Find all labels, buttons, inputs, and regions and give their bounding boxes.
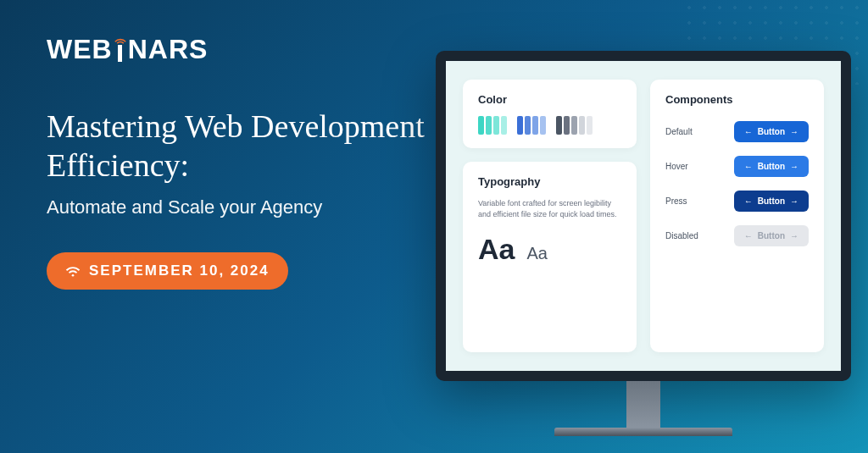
- arrow-left-icon: ←: [744, 231, 753, 240]
- typography-card-title: Typography: [478, 175, 621, 188]
- logo-i-glyph: [114, 38, 127, 62]
- component-label: Default: [665, 127, 693, 136]
- component-row-press: Press ← Button →: [665, 191, 809, 212]
- button-hover[interactable]: ← Button →: [734, 156, 809, 177]
- color-swatches: [478, 116, 621, 135]
- color-swatch: [540, 116, 546, 135]
- arrow-right-icon: →: [790, 127, 798, 136]
- button-label: Button: [758, 231, 785, 240]
- logo-text-post: NARS: [128, 34, 209, 65]
- typography-sample-small: Aa: [526, 244, 547, 263]
- component-label: Press: [665, 196, 687, 206]
- color-swatch: [493, 116, 499, 135]
- component-label: Hover: [665, 162, 688, 171]
- color-swatch: [525, 116, 531, 135]
- button-default[interactable]: ← Button →: [734, 121, 809, 142]
- wifi-icon: [65, 265, 81, 277]
- webinars-logo: WEB NARS: [47, 34, 428, 65]
- button-label: Button: [758, 162, 785, 171]
- button-label: Button: [758, 196, 785, 206]
- page-title: Mastering Web Development Efficiency:: [47, 108, 428, 185]
- arrow-left-icon: ←: [744, 162, 753, 171]
- color-swatch: [532, 116, 538, 135]
- svg-point-0: [72, 274, 75, 277]
- monitor-stand-neck: [626, 381, 660, 428]
- button-disabled: ← Button →: [734, 225, 809, 246]
- component-label: Disabled: [665, 231, 698, 240]
- promo-content: WEB NARS Mastering Web Development Effic…: [47, 34, 428, 290]
- page-subtitle: Automate and Scale your Agency: [47, 196, 428, 218]
- color-swatch: [579, 116, 585, 135]
- color-swatch: [517, 116, 523, 135]
- typography-description: Variable font crafted for screen legibil…: [478, 198, 621, 219]
- color-swatch: [587, 116, 593, 135]
- arrow-left-icon: ←: [744, 127, 753, 136]
- color-card: Color: [463, 80, 637, 148]
- color-card-title: Color: [478, 93, 621, 106]
- component-row-hover: Hover ← Button →: [665, 156, 809, 177]
- logo-text-pre: WEB: [47, 34, 113, 65]
- arrow-left-icon: ←: [744, 196, 753, 206]
- typography-sample: Aa Aa: [478, 233, 621, 266]
- color-swatch: [564, 116, 570, 135]
- color-swatch: [478, 116, 484, 135]
- color-swatch: [501, 116, 507, 135]
- components-card-title: Components: [665, 93, 809, 106]
- components-card: Components Default ← Button → Hover ← Bu…: [650, 80, 824, 352]
- arrow-right-icon: →: [790, 231, 798, 240]
- wifi-icon: [114, 36, 127, 45]
- color-swatch: [556, 116, 562, 135]
- button-press[interactable]: ← Button →: [734, 191, 809, 212]
- arrow-right-icon: →: [790, 162, 798, 171]
- component-row-disabled: Disabled ← Button →: [665, 225, 809, 246]
- color-swatch: [486, 116, 492, 135]
- date-badge: SEPTEMBER 10, 2024: [47, 252, 288, 290]
- button-label: Button: [758, 127, 785, 136]
- monitor-mockup: Color Typography Variable font crafted f…: [436, 51, 851, 436]
- monitor-stand-base: [554, 428, 732, 436]
- component-row-default: Default ← Button →: [665, 121, 809, 142]
- color-swatch: [571, 116, 577, 135]
- typography-sample-large: Aa: [478, 233, 515, 266]
- typography-card: Typography Variable font crafted for scr…: [463, 162, 637, 352]
- monitor-screen: Color Typography Variable font crafted f…: [436, 51, 851, 381]
- arrow-right-icon: →: [790, 196, 798, 206]
- date-text: SEPTEMBER 10, 2024: [89, 262, 270, 279]
